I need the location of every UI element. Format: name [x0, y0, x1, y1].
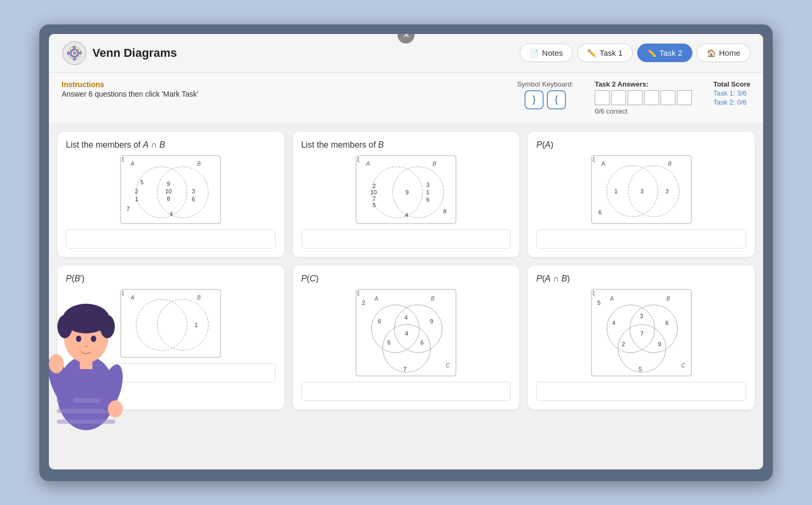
answer-input-6[interactable]: [536, 382, 746, 401]
svg-point-83: [630, 305, 678, 353]
svg-point-59: [136, 299, 187, 350]
svg-text:5: 5: [597, 299, 600, 306]
score-task2: Task 2: 0/6: [713, 98, 750, 106]
svg-text:6: 6: [598, 209, 602, 216]
task1-button[interactable]: ✏️ Task 1: [577, 44, 632, 62]
svg-text:7: 7: [640, 330, 644, 337]
ans-box-5: [661, 90, 675, 105]
svg-point-66: [371, 305, 419, 353]
svg-text:6: 6: [665, 320, 669, 326]
svg-text:4: 4: [405, 330, 408, 337]
venn-diagram-6: ξ A B C 4 6 5: [536, 289, 746, 376]
svg-text:1: 1: [135, 196, 138, 202]
svg-text:2: 2: [135, 188, 138, 194]
question-card-6: P(A ∩ B) ξ A B C 4: [528, 266, 755, 409]
ans-box-6: [677, 90, 692, 105]
svg-text:8: 8: [167, 195, 170, 202]
svg-point-2: [73, 52, 76, 55]
venn-diagram-3: ξ A B 1 3 3 6: [536, 155, 746, 224]
question-title-3: P(A): [536, 140, 746, 150]
svg-text:A: A: [130, 295, 134, 301]
symbol-buttons: } {: [525, 90, 566, 109]
svg-text:9: 9: [167, 181, 170, 187]
svg-text:A: A: [610, 296, 614, 302]
svg-text:B: B: [433, 161, 436, 167]
svg-text:B: B: [197, 161, 201, 167]
svg-text:6: 6: [192, 196, 195, 202]
svg-text:6: 6: [420, 339, 424, 346]
curly-close-btn[interactable]: }: [525, 90, 544, 109]
svg-text:ξ: ξ: [122, 157, 124, 163]
answer-input-2[interactable]: [301, 229, 511, 249]
task2-button[interactable]: ✏️ Task 2: [637, 44, 692, 62]
svg-text:2: 2: [373, 183, 376, 189]
svg-point-17: [136, 167, 187, 218]
instructions-text: Answer 6 questions then click 'Mark Task…: [62, 90, 496, 98]
svg-text:B: B: [197, 295, 201, 301]
score-title: Total Score: [713, 80, 750, 88]
svg-text:C: C: [446, 363, 450, 369]
answer-input-1[interactable]: [66, 229, 276, 249]
question-title-6: P(A ∩ B): [536, 274, 746, 284]
svg-text:3: 3: [640, 188, 644, 194]
svg-text:6: 6: [387, 339, 391, 346]
svg-text:B: B: [668, 161, 672, 167]
svg-text:ξ: ξ: [593, 157, 595, 163]
info-bar: Instructions Answer 6 questions then cli…: [49, 73, 763, 123]
ans-box-4: [644, 90, 659, 105]
question-card-2: List the members of B ξ A B 2 10 7: [293, 132, 520, 257]
svg-text:ξ: ξ: [122, 290, 124, 297]
svg-point-34: [393, 167, 444, 218]
svg-point-50: [628, 166, 679, 217]
ans-box-1: [595, 90, 610, 105]
svg-text:ξ: ξ: [357, 290, 360, 297]
svg-text:10: 10: [165, 188, 172, 194]
nav-buttons: 📄 Notes ✏️ Task 1 ✏️ Task 2 🏠 Home: [520, 44, 750, 62]
instructions-title: Instructions: [62, 80, 496, 89]
question-card-4: P(B′) ξ A B 1: [57, 266, 284, 409]
svg-text:C: C: [681, 363, 686, 369]
svg-text:4: 4: [170, 211, 173, 217]
svg-text:3: 3: [640, 313, 643, 319]
venn-diagram-5: ξ A B C 6 9 7: [301, 289, 511, 376]
svg-text:5: 5: [639, 366, 642, 372]
answer-input-4[interactable]: [66, 363, 276, 382]
svg-text:6: 6: [378, 318, 381, 324]
svg-text:ξ: ξ: [593, 290, 595, 297]
svg-text:A: A: [601, 161, 605, 167]
instructions-block: Instructions Answer 6 questions then cli…: [62, 80, 496, 98]
svg-text:ξ: ξ: [357, 157, 360, 163]
svg-text:3: 3: [192, 188, 195, 194]
ans-box-2: [611, 90, 626, 105]
question-title-4: P(B′): [66, 274, 276, 284]
svg-point-60: [157, 299, 208, 350]
question-card-1: List the members of A ∩ B ξ A B 5 2 1: [57, 132, 284, 257]
task-answers: Task 2 Answers: 0/6 correct: [595, 80, 692, 115]
svg-text:10: 10: [370, 189, 377, 195]
svg-text:3: 3: [665, 188, 669, 194]
answer-input-3[interactable]: [536, 229, 746, 249]
answer-input-5[interactable]: [301, 382, 511, 401]
svg-text:7: 7: [126, 206, 130, 212]
svg-text:7: 7: [403, 366, 407, 372]
svg-text:2: 2: [622, 341, 625, 347]
pencil-icon2: ✏️: [647, 49, 656, 57]
svg-point-33: [371, 167, 422, 218]
question-title-2: List the members of B: [301, 140, 511, 150]
curly-open-btn[interactable]: {: [547, 90, 566, 109]
svg-text:9: 9: [430, 318, 433, 324]
svg-text:5: 5: [140, 179, 143, 185]
svg-text:8: 8: [443, 208, 446, 215]
home-icon: 🏠: [707, 49, 716, 57]
svg-text:2: 2: [362, 299, 365, 306]
svg-point-67: [394, 305, 442, 353]
svg-text:5: 5: [373, 202, 376, 208]
question-title-5: P(C): [301, 274, 511, 284]
notes-button[interactable]: 📄 Notes: [520, 44, 573, 62]
question-card-5: P(C) ξ A B C 6: [293, 266, 520, 409]
svg-text:1: 1: [194, 322, 198, 328]
gear-icon: [62, 40, 87, 66]
correct-text: 0/6 correct: [595, 107, 627, 115]
total-score: Total Score Task 1: 3/6 Task 2: 0/6: [713, 80, 750, 106]
home-button[interactable]: 🏠 Home: [697, 44, 750, 62]
